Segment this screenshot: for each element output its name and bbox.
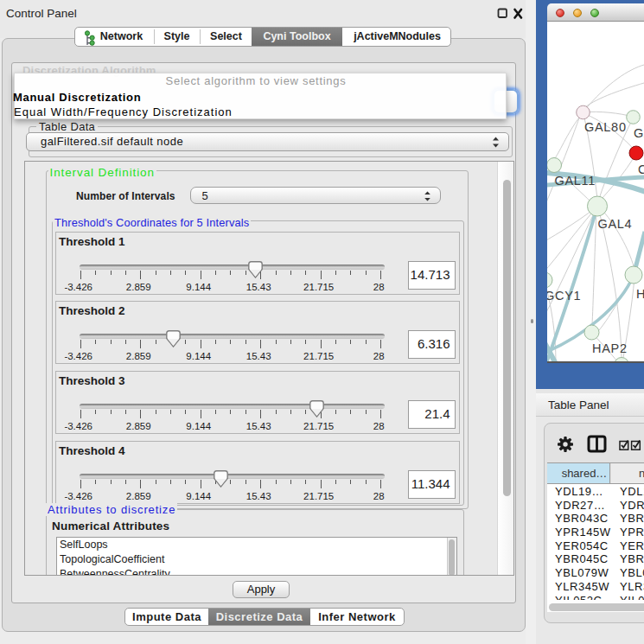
svg-text:GAL4: GAL4 <box>598 217 633 231</box>
svg-text:HAP2: HAP2 <box>592 341 628 355</box>
svg-text:GAL3: GAL3 <box>634 126 644 140</box>
svg-text:GCY1: GCY1 <box>547 289 581 303</box>
svg-text:CY: CY <box>638 163 644 176</box>
svg-text:GAL11: GAL11 <box>555 174 596 188</box>
svg-text:GAL80: GAL80 <box>584 120 627 134</box>
svg-text:HI: HI <box>636 287 644 301</box>
